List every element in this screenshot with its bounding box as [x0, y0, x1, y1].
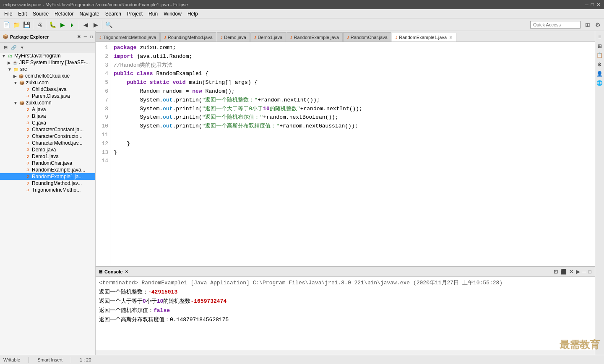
menu-help[interactable]: Help [185, 10, 200, 18]
menu-file[interactable]: File [2, 10, 15, 18]
code-content[interactable]: package zuixu.comn; import java.util.Ran… [110, 42, 595, 266]
tab-randomexample[interactable]: J RandomExample.java [286, 32, 343, 42]
tab-label-randomexample1: RandomExample1.java [399, 35, 447, 40]
demo-label: Demo.java [32, 147, 56, 153]
tab-randomchar[interactable]: J RandomChar.java [343, 32, 391, 42]
quick-access-box[interactable]: Quick Access [530, 21, 581, 29]
toolbar-search[interactable]: 🔍 [104, 20, 113, 29]
toolbar-run[interactable]: ▶ [58, 20, 67, 29]
tab-rounding[interactable]: J RoundingMethod.java [160, 32, 216, 42]
tree-item-trigonometric[interactable]: ▶ J TrigonometricMetho... [0, 187, 95, 193]
minimize-btn[interactable]: ─ [585, 2, 588, 8]
menu-window[interactable]: Window [161, 10, 184, 18]
tree-item-project[interactable]: ▼ 🗂 MyFirstJavaProgram [0, 52, 95, 59]
randomchar-icon: J [25, 160, 31, 166]
tree-item-charconstructor[interactable]: ▶ J CharacterConstructo... [0, 133, 95, 140]
menu-refactor[interactable]: Refactor [52, 10, 76, 18]
main-layout: 📦 Package Explorer ✕ ─ □ ⊟ 🔗 ▾ ▼ 🗂 MyFir… [0, 31, 604, 355]
tree-item-pkg2[interactable]: ▼ 📦 zuixu.com [0, 79, 95, 86]
console-maximize[interactable]: □ [588, 268, 592, 275]
right-toolbar-btn-5[interactable]: 👤 [596, 70, 604, 78]
maximize-btn[interactable]: □ [591, 2, 594, 8]
right-toolbar-btn-2[interactable]: ⊞ [596, 42, 604, 50]
project-icon: 🗂 [7, 53, 13, 59]
menu-project[interactable]: Project [125, 10, 145, 18]
status-writable: Writable [3, 357, 20, 362]
console-minimize[interactable]: ─ [581, 268, 587, 275]
title-bar: eclipse-workspace - MyFirstJavaProgram/s… [0, 0, 604, 9]
tree-item-c[interactable]: ▶ J C.java [0, 120, 95, 126]
right-toolbar-btn-1[interactable]: ≡ [596, 33, 604, 41]
tree-item-pkg3[interactable]: ▼ 📦 zuixu.comn [0, 99, 95, 106]
tree-item-pkg1[interactable]: ▶ 📦 com.hello01kuaixue [0, 73, 95, 79]
toolbar-right-icons: ⊞ ⚙ [583, 20, 602, 29]
sidebar-close[interactable]: ✕ [77, 34, 81, 39]
tab-randomexample1[interactable]: J RandomExample1.java ✕ [392, 33, 456, 42]
tab-icon-demo1: J [254, 35, 256, 39]
sidebar-menu[interactable]: ▾ [18, 44, 26, 51]
sidebar-maximize[interactable]: □ [90, 34, 93, 39]
jre-icon: ☕ [12, 60, 18, 65]
tree-item-a[interactable]: ▶ J A.java [0, 106, 95, 113]
status-insert-mode: Smart Insert [37, 357, 62, 362]
toolbar-new[interactable]: 📄 [2, 20, 11, 29]
toolbar-save[interactable]: 💾 [22, 20, 31, 29]
sidebar-minimize[interactable]: ─ [84, 34, 87, 39]
pkg3-icon: 📦 [19, 100, 25, 106]
close-btn[interactable]: ✕ [596, 2, 601, 8]
toolbar-run2[interactable]: ⏵ [68, 20, 77, 29]
tab-demo[interactable]: J Demo.java [217, 32, 250, 42]
console-stop[interactable]: ⬛ [560, 268, 568, 275]
menu-edit[interactable]: Edit [16, 10, 29, 18]
pkg1-label: com.hello01kuaixue [25, 73, 70, 79]
menu-run[interactable]: Run [146, 10, 160, 18]
jre-label: JRE System Library [JavaSE-... [19, 60, 90, 65]
src-expand-icon: ▼ [8, 67, 12, 72]
tree-item-charconstant[interactable]: ▶ J CharacterConstant.ja... [0, 126, 95, 133]
editor-tabs: J TrigonometricMethod.java J RoundingMet… [96, 31, 595, 42]
tree-item-demo1[interactable]: ▶ J Demo1.java [0, 153, 95, 160]
toolbar-forward[interactable]: ▶ [91, 20, 100, 29]
demo-icon: J [25, 147, 31, 153]
perspectives-btn[interactable]: ⊞ [583, 20, 592, 29]
console-relaunch[interactable]: ▶ [575, 268, 581, 275]
tree-item-b[interactable]: ▶ J B.java [0, 113, 95, 120]
sidebar-collapse-all[interactable]: ⊟ [2, 44, 9, 51]
right-toolbar-btn-4[interactable]: ⚙ [596, 60, 604, 69]
tree-item-jre[interactable]: ▶ ☕ JRE System Library [JavaSE-... [0, 59, 95, 66]
tree-item-charmethod[interactable]: ▶ J CharacterMethod.jav... [0, 140, 95, 146]
tab-label-trigonometric: TrigonometricMethod.java [103, 35, 156, 40]
tab-close-randomexample1[interactable]: ✕ [449, 35, 453, 40]
console-terminate[interactable]: ✕ [568, 268, 574, 275]
console-clear[interactable]: ⊡ [553, 268, 559, 275]
tree-item-src[interactable]: ▼ 📁 src [0, 66, 95, 73]
tab-trigonometric[interactable]: J TrigonometricMethod.java [96, 32, 160, 42]
charconstant-label: CharacterConstant.ja... [32, 127, 83, 133]
title-bar-controls[interactable]: ─ □ ✕ [585, 2, 601, 8]
sidebar-link-with-editor[interactable]: 🔗 [10, 44, 18, 51]
toolbar-debug[interactable]: 🐛 [48, 20, 57, 29]
tree-item-childclass[interactable]: ▶ J ChildClass.java [0, 86, 95, 93]
code-container[interactable]: 1 2 3 4 5 6 7 8 9 10 11 12 13 14 package… [96, 42, 595, 266]
toolbar-extra[interactable]: ⚙ [593, 20, 602, 29]
tree-item-randomexample[interactable]: ▶ J RandomExample.java... [0, 166, 95, 173]
pkg3-expand-icon: ▼ [13, 101, 18, 105]
menu-navigate[interactable]: Navigate [77, 10, 102, 18]
toolbar-open[interactable]: 📁 [12, 20, 21, 29]
menu-source[interactable]: Source [30, 10, 51, 18]
tab-demo1[interactable]: J Demo1.java [250, 32, 286, 42]
tree-item-randomexample1[interactable]: ▶ J RandomExample1.ja... [0, 173, 95, 180]
tree-item-randomchar[interactable]: ▶ J RandomChar.java [0, 160, 95, 166]
childclass-icon: J [25, 86, 31, 92]
c-icon: J [25, 120, 31, 126]
menu-search[interactable]: Search [103, 10, 124, 18]
right-toolbar-btn-6[interactable]: 🌐 [596, 79, 604, 87]
tree-item-roundingmethod[interactable]: ▶ J RoundingMethod.jav... [0, 180, 95, 187]
toolbar-back[interactable]: ◀ [81, 20, 90, 29]
tree-item-demo[interactable]: ▶ J Demo.java [0, 146, 95, 153]
tree-item-parentclass[interactable]: ▶ J ParentClass.java [0, 93, 95, 99]
toolbar-print[interactable]: 🖨 [35, 20, 44, 29]
right-toolbar-btn-3[interactable]: 📋 [596, 51, 604, 60]
bottom-scroll[interactable] [96, 350, 595, 355]
title-text: eclipse-workspace - MyFirstJavaProgram/s… [3, 2, 188, 7]
